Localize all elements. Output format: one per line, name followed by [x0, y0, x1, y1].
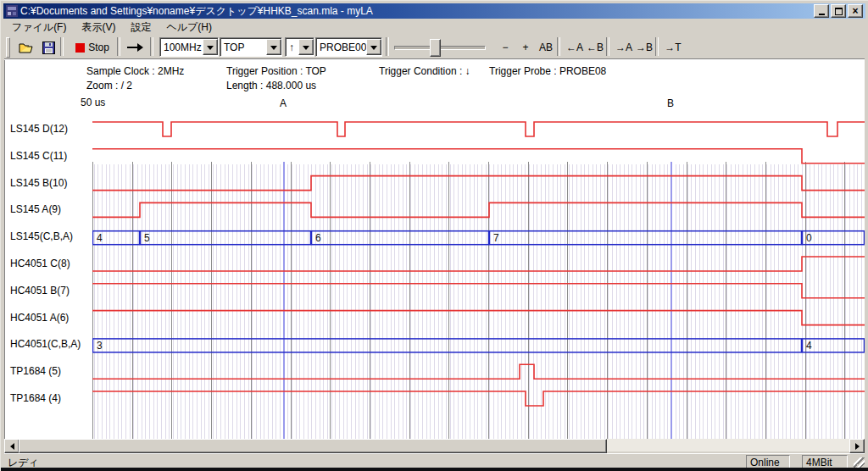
signal-label[interactable]: HC4051(C,B,A) [10, 338, 81, 350]
signal-wave [92, 257, 865, 271]
scroll-right-icon [855, 443, 863, 450]
signal-wave [92, 149, 865, 163]
trigger-position-value: TOP [220, 42, 266, 53]
signal-label[interactable]: HC4051 A(6) [10, 312, 69, 324]
tool-button-B[interactable]: ←B [584, 37, 606, 58]
bus-value: 4 [806, 340, 812, 352]
sample-rate-combo[interactable]: 100MHz [159, 37, 219, 57]
signal-label[interactable]: LS145 D(12) [10, 123, 68, 135]
signal-label[interactable]: TP1684 (5) [10, 365, 61, 377]
bus-value: 6 [315, 232, 321, 244]
scrollbar-thumb[interactable] [19, 439, 607, 453]
waveform-panel: Sample Clock : 2MHz Zoom : / 2 Trigger P… [4, 60, 865, 439]
tool-button-AB[interactable]: AB [535, 37, 557, 58]
info-trigger-probe: Trigger Probe : PROBE08 [489, 65, 606, 77]
save-file-button[interactable] [36, 37, 60, 58]
toolbar-separator [606, 37, 609, 56]
scroll-left-button[interactable] [4, 439, 19, 453]
right-arrow-icon [126, 43, 143, 52]
scroll-left-icon [7, 443, 14, 450]
info-zoom: Zoom : / 2 [86, 80, 132, 91]
info-trigger-condition: Trigger Condition : ↓ [379, 65, 470, 77]
bus-value: 4 [97, 232, 103, 244]
bus-value: 3 [97, 340, 103, 352]
menu-item-3[interactable]: ヘルプ(H) [159, 19, 220, 36]
sample-rate-value: 100MHz [160, 42, 203, 53]
info-length: Length : 488.000 us [226, 80, 316, 91]
menu-item-1[interactable]: 表示(V) [74, 19, 123, 36]
chevron-down-icon[interactable] [203, 39, 218, 55]
info-trigger-position: Trigger Position : TOP [226, 65, 326, 77]
open-folder-icon [19, 42, 34, 54]
menu-item-0[interactable]: ファイル(F) [4, 19, 74, 36]
toolbar-separator [557, 37, 560, 56]
stop-icon [75, 43, 85, 53]
chevron-down-icon[interactable] [266, 39, 281, 55]
app-icon [6, 5, 18, 17]
stop-label: Stop [88, 42, 109, 53]
tool-button-[interactable]: + [515, 37, 537, 58]
menubar: ファイル(F)表示(V)設定ヘルプ(H) [4, 20, 865, 34]
save-floppy-icon [42, 42, 55, 54]
chevron-down-icon[interactable] [366, 39, 381, 55]
tool-button-A[interactable]: ←A [564, 37, 586, 58]
signal-label[interactable]: HC4051 B(7) [10, 285, 70, 296]
signal-label[interactable]: LS145 C(11) [10, 150, 67, 162]
signal-label[interactable]: HC4051 C(8) [10, 258, 70, 269]
trigger-probe-value: PROBE00 [316, 42, 366, 53]
signal-wave [92, 311, 865, 325]
zoom-slider[interactable] [394, 37, 486, 56]
toolbar: Stop 100MHzTOP↑PROBE00 −+AB←A←B→A→B→T [4, 35, 865, 59]
toolbar-gripper [6, 37, 10, 58]
chevron-down-icon[interactable] [298, 39, 314, 55]
bus-value: 0 [806, 232, 812, 244]
trigger-edge-value: ↑ [286, 42, 298, 53]
close-icon: × [852, 7, 858, 15]
signal-wave [92, 391, 865, 406]
signal-wave [92, 122, 865, 136]
signal-label[interactable]: LS145 A(9) [10, 203, 61, 215]
time-scale-label: 50 us [81, 97, 105, 108]
toolbar-separator [386, 37, 389, 56]
waveform-plot[interactable]: 4567034 [92, 111, 865, 439]
bus-value: 5 [144, 232, 150, 244]
bus-segment [141, 231, 311, 245]
minimize-icon [819, 14, 825, 15]
signal-label[interactable]: LS145(C,B,A) [10, 230, 73, 242]
tool-button-T[interactable]: →T [662, 37, 684, 58]
cursor-b-label: B [667, 97, 674, 109]
bus-value: 7 [493, 232, 499, 244]
minimize-button[interactable] [814, 4, 829, 18]
signal-wave [92, 364, 865, 379]
toolbar-separator [117, 37, 120, 56]
run-button[interactable] [121, 37, 148, 58]
close-button[interactable]: × [848, 4, 863, 18]
app-window: C:¥Documents and Settings¥noname¥デスクトップ¥… [0, 0, 868, 471]
signal-label[interactable]: TP1684 (4) [10, 392, 61, 404]
toolbar-separator [150, 37, 153, 56]
stop-button[interactable]: Stop [69, 37, 116, 58]
zoom-slider-thumb[interactable] [430, 39, 441, 57]
maximize-button[interactable] [831, 4, 846, 18]
info-sample-clock: Sample Clock : 2MHz [86, 65, 184, 77]
window-title: C:¥Documents and Settings¥noname¥デスクトップ¥… [20, 5, 814, 17]
titlebar: C:¥Documents and Settings¥noname¥デスクトップ¥… [3, 3, 865, 19]
tool-button-A[interactable]: →A [613, 37, 635, 58]
signal-wave [92, 202, 865, 217]
toolbar-separator [60, 37, 64, 56]
open-file-button[interactable] [14, 37, 38, 58]
menu-item-2[interactable]: 設定 [123, 19, 159, 36]
signal-wave [92, 176, 865, 191]
tool-button-[interactable]: − [494, 37, 516, 58]
cursor-a-label: A [280, 97, 287, 109]
signal-label[interactable]: LS145 B(10) [10, 177, 67, 189]
window-bottom-edge [1, 468, 868, 471]
horizontal-scrollbar[interactable] [4, 439, 865, 452]
trigger-probe-combo[interactable]: PROBE00 [315, 37, 382, 57]
trigger-position-combo[interactable]: TOP [220, 37, 282, 57]
tool-button-B[interactable]: →B [633, 37, 655, 58]
maximize-icon [835, 8, 843, 15]
trigger-edge-combo[interactable]: ↑ [285, 37, 314, 57]
scroll-right-button[interactable] [849, 439, 865, 453]
toolbar-separator [655, 37, 659, 56]
